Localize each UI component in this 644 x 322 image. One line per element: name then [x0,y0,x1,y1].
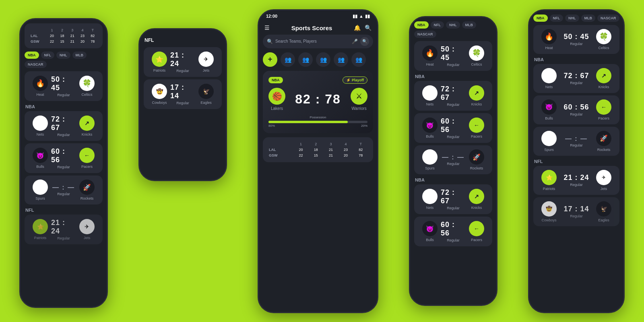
game-patriots-jets-2[interactable]: ⭐ Patriots 21 : 24 Regular ✈ Jets [144,47,222,77]
jets-name-6: Jets [601,187,607,191]
team-eagles-2: 🦅 Eagles [195,84,217,105]
tab-nhl-4[interactable]: NHL [446,21,460,29]
score-block-spurs-1: — : — Regular [51,184,76,196]
sb-col-1: 1 [293,141,308,147]
tab-nba-1[interactable]: NBA [25,52,39,59]
big-score-card-3[interactable]: NBA ⚡ Playoff 🏀 Lakers 82 : 78 ⚔ Warrior… [263,71,373,133]
game-cowboys-eagles-6[interactable]: 🤠 Cowboys 17 : 14 Regular 🦅 Eagles [533,197,619,226]
scoreboard-1: 1 2 3 4 T LAL 20 18 21 23 82 [25,23,103,48]
game-bulls-pacers-4b[interactable]: 😈 Bulls 60 : 56 Regular ← Pacers [414,217,492,246]
game-heat-celtics-1[interactable]: 🔥 Heat 50 : 45 Regular 🍀 Celtics [25,71,103,101]
game-nets-knicks-6[interactable]: Nets 72 : 67 Regular ↗ Knicks [533,64,619,93]
tab-nhl-1[interactable]: NHL [56,52,70,59]
game-cowboys-eagles-2[interactable]: 🤠 Cowboys 17 : 14 Regular 🦅 Eagles [144,79,222,109]
hamburger-icon-3[interactable]: ☰ [264,25,270,31]
spurs-name-4: Spurs [425,166,435,170]
tab-mlb-4[interactable]: MLB [462,21,477,29]
type-nets-knicks-1: Regular [57,133,70,137]
team-bulls-6: 😈 Bulls [538,99,560,120]
tab-nhl-6[interactable]: NHL [565,14,579,22]
avatar-4-3[interactable]: 👥 [334,52,348,67]
bell-icon-3[interactable]: 🔔 [354,25,361,31]
pacers-icon-1: ← [79,148,95,163]
avatar-2-3[interactable]: 👥 [298,52,313,67]
team-spurs-6: Spurs [538,131,560,152]
game-nfl-partial-1[interactable]: ⭐ Patriots 21 : 24 Regular ✈ Jets [25,215,103,244]
tab-nfl-6[interactable]: NFL [550,14,564,22]
bulls-name-1: Bulls [36,165,44,169]
type-bp-4b: Regular [447,238,460,242]
sb-lal-1: 20 [293,147,308,153]
tab-mlb-1[interactable]: MLB [72,52,87,59]
game-nets-knicks-4[interactable]: Nets 72 : 67 Regular ↗ Knicks [414,81,492,111]
tab-nascar-1[interactable]: NASCAR [25,61,47,68]
heat-name-1: Heat [36,93,44,97]
type-nk-4b: Regular [447,206,460,210]
battery-icon: ▮▮ [353,14,357,19]
game-spurs-rockets-1[interactable]: Spurs — : — Regular 🚀 Rockets [25,175,103,204]
team-pacers-4b: ← Pacers [466,221,487,242]
tab-nfl-4[interactable]: NFL [431,21,444,29]
bulls-icon-1: 😈 [33,148,48,163]
jets-icon-2: ✈ [198,52,214,67]
sb-col-team [268,141,293,147]
sb-lal: LAL [268,147,293,153]
phone6-content: NBA NFL NHL MLB NASCAR 🔥 Heat 50 : 45 Re… [529,10,623,312]
bulls-name-6: Bulls [545,116,553,120]
cowboys-icon-6: 🤠 [541,201,557,217]
patriots-name-2: Patriots [153,68,166,72]
game-spurs-rockets-4[interactable]: Spurs — : — Regular 🚀 Rockets [414,145,492,174]
score-hc-4: 50 : 45 [441,45,466,62]
nfl-section-label-1: NFL [25,208,102,213]
search-bar-3[interactable]: 🔍 Search Teams, Players 🎤 🔍 [263,35,373,48]
heat-icon-4: 🔥 [422,45,438,61]
game-bulls-pacers-1[interactable]: 😈 Bulls 60 : 56 Regular ← Pacers [25,143,103,173]
game-nets-knicks-4b[interactable]: Nets 72 : 67 Regular ↗ Knicks [414,184,492,214]
game-heat-celtics-6[interactable]: 🔥 Heat 50 : 45 Regular 🍀 Celtics [533,25,619,54]
avatar-3-3[interactable]: 👥 [316,52,330,67]
tab-mlb-6[interactable]: MLB [581,14,596,22]
avatar-5-3[interactable]: 👥 [351,52,366,67]
avatar-1-3[interactable]: 👥 [281,52,295,67]
nets-icon-4b [422,189,438,204]
pacers-name-4: Pacers [471,134,482,138]
score-block-ce-6: 17 : 14 Regular [560,205,593,218]
team-rockets-6: 🚀 Rockets [593,131,615,152]
game-patriots-jets-6[interactable]: ⭐ Patriots 21 : 24 Regular ✈ Jets [533,166,619,195]
game-nets-knicks-1[interactable]: Nets 72 : 67 Regular ↗ Knicks [25,111,103,141]
score-block-sr-6: — : — Regular [560,135,593,147]
nba-section2-label-4: NBA [415,178,491,182]
tab-nascar-4[interactable]: NASCAR [414,31,436,38]
nba-badge-3: NBA [268,77,283,83]
team-pacers-1: ← Pacers [76,148,98,169]
possession-right-3: 20% [361,124,367,128]
score-block-patriots-2: 21 : 24 Regular [170,51,195,73]
possession-left-3: 80% [268,124,275,128]
status-bar-3: 12:00 ▮▮ ▲ ▮▮ [259,10,377,21]
team-patriots-partial: ⭐ Patriots [29,219,51,240]
add-team-btn-3[interactable]: + [263,52,277,67]
row-lal-q4: 23 [77,33,87,39]
game-spurs-rockets-6[interactable]: Spurs — : — Regular 🚀 Rockets [533,127,619,156]
header-icons-3: 🔔 🔍 [354,25,372,31]
tab-nascar-6[interactable]: NASCAR [597,14,619,22]
nba-label-4: NBA [415,74,491,79]
tab-nba-6[interactable]: NBA [533,14,548,22]
tab-nfl-1[interactable]: NFL [41,52,55,59]
celtics-name-6: Celtics [598,46,609,50]
row-gsw-q1: 22 [47,39,57,44]
search-btn-3[interactable]: 🔍 [360,37,369,46]
patriots-icon-6: ⭐ [541,170,557,185]
game-bulls-pacers-6[interactable]: 😈 Bulls 60 : 56 Regular ← Pacers [533,95,619,124]
possession-track-3 [268,121,367,123]
search-icon-header-3[interactable]: 🔍 [365,25,372,31]
tab-nba-4[interactable]: NBA [414,21,429,29]
team-patriots-6: ⭐ Patriots [538,170,560,191]
team-bulls-4: 😈 Bulls [419,118,441,138]
score-bp-4b: 60 : 56 [441,221,466,237]
team-pacers-4: ← Pacers [466,118,487,138]
mic-icon-3[interactable]: 🎤 [352,39,358,44]
game-heat-celtics-4[interactable]: 🔥 Heat 50 : 45 Regular 🍀 Celtics [414,41,492,71]
game-bulls-pacers-4[interactable]: 😈 Bulls 60 : 56 Regular ← Pacers [414,113,492,143]
type-ce-6: Regular [570,214,583,218]
